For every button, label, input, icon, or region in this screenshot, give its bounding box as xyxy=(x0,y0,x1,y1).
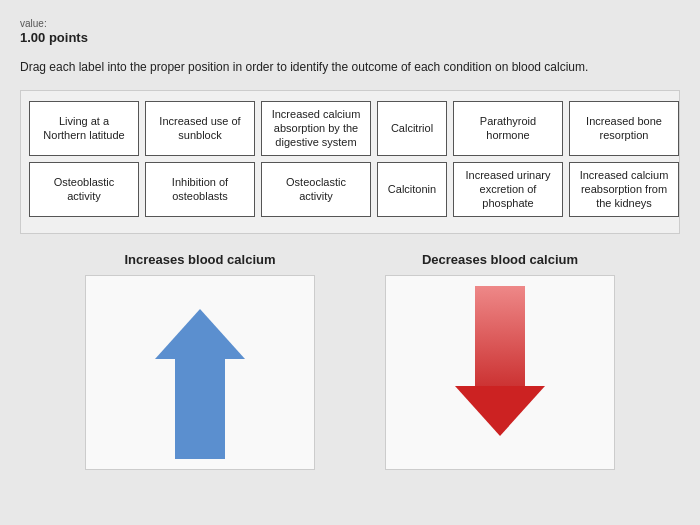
blue-arrow-head xyxy=(155,309,245,359)
label-chip-row2-2[interactable]: Osteoclastic activity xyxy=(261,162,371,217)
increase-drop-box[interactable] xyxy=(85,275,315,470)
red-arrow-body xyxy=(475,286,525,386)
blue-arrow xyxy=(155,309,245,459)
drop-zones: Increases blood calcium Decreases blood … xyxy=(20,252,680,470)
blue-arrow-body xyxy=(175,359,225,459)
decrease-drop-box[interactable] xyxy=(385,275,615,470)
label-chip-row1-0[interactable]: Living at a Northern latitude xyxy=(29,101,139,156)
labels-area: Living at a Northern latitudeIncreased u… xyxy=(20,90,680,234)
label-chip-row2-0[interactable]: Osteoblastic activity xyxy=(29,162,139,217)
points: 1.00 points xyxy=(20,30,680,45)
label-chip-row2-3[interactable]: Calcitonin xyxy=(377,162,447,217)
label-chip-row1-4[interactable]: Parathyroid hormone xyxy=(453,101,563,156)
label-chip-row1-5[interactable]: Increased bone resorption xyxy=(569,101,679,156)
label-chip-row2-4[interactable]: Increased urinary excretion of phosphate xyxy=(453,162,563,217)
labels-row-1: Living at a Northern latitudeIncreased u… xyxy=(29,101,671,156)
instruction: Drag each label into the proper position… xyxy=(20,59,680,76)
increase-label: Increases blood calcium xyxy=(124,252,275,267)
label-chip-row2-5[interactable]: Increased calcium reabsorption from the … xyxy=(569,162,679,217)
label-chip-row2-1[interactable]: Inhibition of osteoblasts xyxy=(145,162,255,217)
increase-column: Increases blood calcium xyxy=(60,252,340,470)
labels-row-2: Osteoblastic activityInhibition of osteo… xyxy=(29,162,671,217)
red-arrow xyxy=(455,286,545,436)
label-chip-row1-3[interactable]: Calcitriol xyxy=(377,101,447,156)
label-chip-row1-2[interactable]: Increased calcium absorption by the dige… xyxy=(261,101,371,156)
red-arrow-head xyxy=(455,386,545,436)
value-label: value: xyxy=(20,18,680,29)
decrease-column: Decreases blood calcium xyxy=(360,252,640,470)
decrease-label: Decreases blood calcium xyxy=(422,252,578,267)
label-chip-row1-1[interactable]: Increased use of sunblock xyxy=(145,101,255,156)
